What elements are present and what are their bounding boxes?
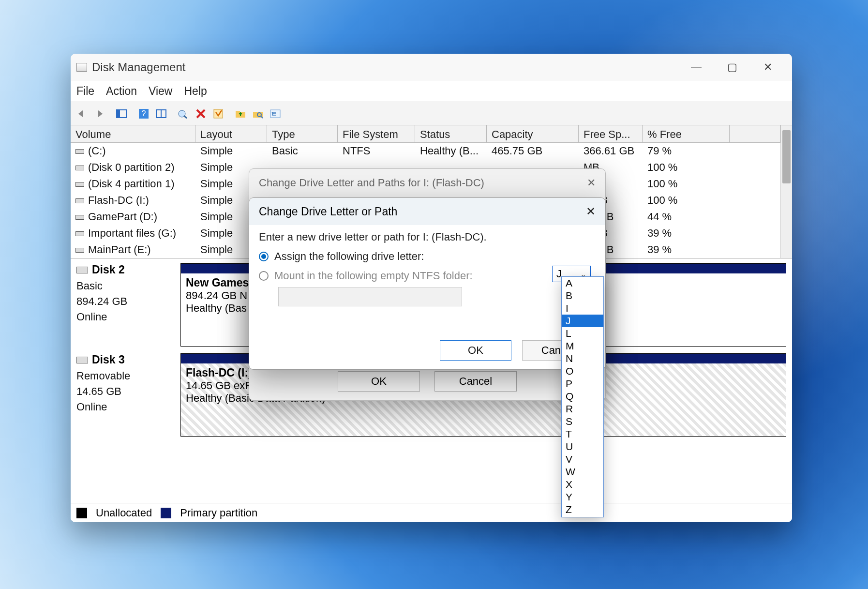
disk-icon: [76, 357, 88, 363]
disk-status: Online: [76, 399, 176, 415]
dropdown-option[interactable]: J: [562, 315, 603, 327]
drive-icon: [75, 166, 84, 170]
radio-mount-folder[interactable]: [259, 271, 269, 281]
back-icon[interactable]: [74, 106, 90, 122]
titlebar[interactable]: Disk Management — ▢ ✕: [71, 54, 792, 81]
drive-letter-dropdown[interactable]: ABIJLMNOPQRSTUVWXYZ: [561, 276, 604, 517]
help-icon[interactable]: ?: [135, 106, 152, 122]
close-button[interactable]: ✕: [757, 57, 778, 78]
column-headers: Volume Layout Type File System Status Ca…: [71, 125, 780, 143]
col-pctfree[interactable]: % Free: [643, 125, 730, 142]
legend-swatch-unallocated: [76, 508, 87, 518]
col-capacity[interactable]: Capacity: [487, 125, 579, 142]
dropdown-option[interactable]: P: [562, 378, 603, 390]
table-row[interactable]: (C:)SimpleBasicNTFSHealthy (B...465.75 G…: [71, 143, 780, 159]
svg-rect-9: [236, 111, 240, 113]
cancel-button[interactable]: Cancel: [434, 371, 517, 392]
change-letter-dialog: Change Drive Letter or Path ✕ Enter a ne…: [249, 197, 606, 370]
refresh-panes-icon[interactable]: [153, 106, 169, 122]
dropdown-option[interactable]: N: [562, 352, 603, 365]
minimize-button[interactable]: —: [686, 57, 707, 78]
dialog-prompt: Enter a new drive letter or path for I: …: [259, 231, 596, 243]
delete-icon[interactable]: [193, 106, 209, 122]
col-type[interactable]: Type: [267, 125, 338, 142]
col-filesystem[interactable]: File System: [338, 125, 415, 142]
menu-help[interactable]: Help: [184, 85, 207, 98]
col-volume[interactable]: Volume: [71, 125, 195, 142]
scrollbar-thumb[interactable]: [782, 130, 791, 183]
rescan-disks-icon[interactable]: [175, 106, 192, 122]
menu-action[interactable]: Action: [106, 85, 137, 98]
col-status[interactable]: Status: [415, 125, 487, 142]
col-spacer: [730, 125, 780, 142]
dropdown-option[interactable]: A: [562, 277, 603, 289]
close-icon[interactable]: ✕: [587, 177, 596, 189]
close-icon[interactable]: ✕: [586, 205, 596, 218]
maximize-button[interactable]: ▢: [721, 57, 743, 78]
drive-icon: [75, 198, 84, 203]
dropdown-option[interactable]: L: [562, 327, 603, 340]
radio-assign-label: Assign the following drive letter:: [274, 250, 424, 263]
dropdown-option[interactable]: I: [562, 302, 603, 315]
dropdown-option[interactable]: U: [562, 440, 603, 453]
col-layout[interactable]: Layout: [195, 125, 267, 142]
menu-view[interactable]: View: [149, 85, 172, 98]
dropdown-option[interactable]: V: [562, 453, 603, 466]
dropdown-option[interactable]: Z: [562, 503, 603, 516]
disk-name: Disk 3: [92, 353, 125, 366]
show-hide-console-icon[interactable]: [113, 106, 130, 122]
drive-icon: [75, 149, 84, 154]
disk-icon: [76, 267, 88, 273]
mount-folder-input: [278, 287, 462, 306]
volume-list-scrollbar[interactable]: [780, 125, 792, 258]
app-icon: [76, 63, 87, 72]
dropdown-option[interactable]: W: [562, 466, 603, 478]
window-title: Disk Management: [92, 60, 185, 74]
disk-type: Basic: [76, 278, 176, 294]
svg-rect-1: [117, 110, 120, 118]
dropdown-option[interactable]: S: [562, 415, 603, 428]
dropdown-option[interactable]: T: [562, 428, 603, 440]
ok-button[interactable]: OK: [338, 371, 420, 392]
drive-icon: [75, 231, 84, 236]
svg-rect-6: [183, 115, 187, 119]
disk-name: Disk 2: [92, 263, 125, 276]
dropdown-option[interactable]: R: [562, 403, 603, 415]
forward-icon[interactable]: [91, 106, 107, 122]
dropdown-option[interactable]: M: [562, 340, 603, 352]
legend-primary: Primary partition: [180, 507, 257, 519]
dropdown-option[interactable]: O: [562, 365, 603, 378]
disk-size: 14.65 GB: [76, 384, 176, 399]
radio-mount-label: Mount in the following empty NTFS folder…: [274, 270, 473, 282]
radio-assign-letter[interactable]: [259, 252, 269, 261]
menubar: File Action View Help: [71, 81, 792, 102]
menu-file[interactable]: File: [76, 85, 94, 98]
drive-icon: [75, 182, 84, 187]
disk-size: 894.24 GB: [76, 294, 176, 309]
ok-button[interactable]: OK: [440, 340, 511, 361]
properties-icon[interactable]: [210, 106, 226, 122]
display-options-icon[interactable]: [267, 106, 284, 122]
svg-text:?: ?: [142, 109, 146, 118]
legend-swatch-primary: [161, 508, 171, 518]
dialog-title: Change Drive Letter and Paths for I: (Fl…: [259, 177, 484, 189]
legend: Unallocated Primary partition: [71, 503, 792, 522]
disk-type: Removable: [76, 368, 176, 384]
legend-unallocated: Unallocated: [96, 507, 152, 519]
dropdown-option[interactable]: Q: [562, 390, 603, 403]
col-freespace[interactable]: Free Sp...: [579, 125, 643, 142]
dialog-title: Change Drive Letter or Path: [259, 205, 397, 218]
toolbar: ?: [71, 102, 792, 125]
dropdown-option[interactable]: X: [562, 478, 603, 491]
folder-search-icon[interactable]: [250, 106, 266, 122]
folder-up-icon[interactable]: [232, 106, 249, 122]
dropdown-option[interactable]: Y: [562, 491, 603, 503]
dropdown-option[interactable]: B: [562, 289, 603, 302]
drive-icon: [75, 248, 84, 253]
drive-icon: [75, 215, 84, 220]
disk-status: Online: [76, 309, 176, 325]
